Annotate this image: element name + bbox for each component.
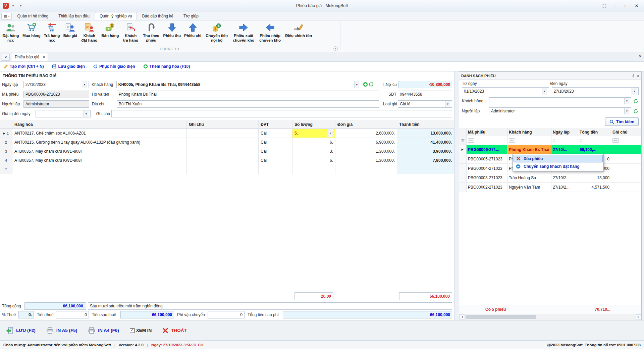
filter-cell-customer[interactable]: abc <box>507 136 551 145</box>
filter-cell-note[interactable]: abc <box>611 136 641 145</box>
cell-code[interactable]: PBG00005-271023 <box>467 154 507 163</box>
header-amount[interactable]: Thành tiền <box>397 120 454 129</box>
voucher-row-1-selected[interactable]: PBG00006-271... Phòng Khám Bs Thái 27/10… <box>459 145 641 154</box>
note-field[interactable] <box>111 110 452 117</box>
header-qty[interactable]: Số lượng <box>292 120 335 129</box>
chevron-down-icon[interactable] <box>82 81 87 88</box>
chevron-down-icon[interactable] <box>632 88 637 95</box>
items-row-1[interactable]: 1 ANT00217, Ghế chăm sóc ALK06-AZ01 Cái … <box>0 129 454 138</box>
refresh-icon[interactable] <box>633 98 639 104</box>
toolbar-button-tra-hang-ncc[interactable]: Trả hàng ncc <box>42 21 62 43</box>
cell-note[interactable] <box>187 165 259 174</box>
cell-amount[interactable]: 7,800,000. <box>397 156 454 165</box>
phone-field[interactable]: 0944443558 <box>398 91 452 98</box>
save-button[interactable]: LƯU (F2) <box>6 327 36 334</box>
scrollbar-thumb[interactable] <box>466 315 536 319</box>
ribbon-collapse-icon[interactable] <box>333 46 338 51</box>
tax-percent-field[interactable]: 0. <box>18 311 34 318</box>
items-new-row[interactable]: * <box>0 165 454 174</box>
cell-price[interactable]: 1,300,000. <box>335 147 397 156</box>
cell-code[interactable]: PBG00003-271023 <box>467 173 507 182</box>
cell-qty[interactable]: 6. <box>292 138 335 147</box>
customer-field[interactable]: KH0005, Phòng Khám Bs Thái, 0944443558 <box>116 81 361 88</box>
exit-button[interactable]: THOÁT <box>162 328 187 334</box>
horizontal-scrollbar[interactable] <box>459 314 641 320</box>
scroll-right-icon[interactable] <box>636 314 641 319</box>
quick-access-dropdown-icon[interactable] <box>10 3 16 9</box>
header-price[interactable]: Đơn giá <box>335 120 397 129</box>
tab-close-all-icon[interactable] <box>2 54 10 61</box>
cell-price[interactable]: 1,300,000. <box>335 156 397 165</box>
toolbar-button-chuyen-tien-noi-bo[interactable]: $$ Chuyển tiền nội bộ <box>203 21 230 43</box>
cell-amount[interactable]: 41,400,000. <box>397 138 454 147</box>
tabbar-close-icon[interactable] <box>639 54 641 59</box>
toolbar-button-thu-theo-phieu[interactable]: Thu theo phiếu <box>141 21 162 43</box>
cell-note[interactable] <box>611 145 641 154</box>
header-product[interactable]: Hàng hóa <box>12 120 187 129</box>
address-field[interactable]: Bùi Thị Xuân <box>117 100 379 108</box>
cell-price[interactable] <box>335 165 397 174</box>
close-button[interactable] <box>632 2 641 9</box>
chevron-down-icon[interactable] <box>445 101 450 107</box>
cell-date[interactable]: 27/10/... <box>551 145 578 154</box>
header-total[interactable]: Tổng tiền <box>578 128 611 136</box>
voucher-row-4[interactable]: PBG00003-271023 Trần Hoàng Sa 27/10/2...… <box>459 173 641 183</box>
cell-total[interactable]: 13,000 <box>578 173 611 182</box>
cell-unit[interactable]: Cái <box>259 129 292 138</box>
header-unit[interactable]: ĐVT <box>259 120 292 129</box>
toolbar-button-bao-gia[interactable]: Báo giá <box>62 21 79 38</box>
cell-qty-editing[interactable]: 5. <box>292 129 335 138</box>
cell-amount[interactable]: 3,900,000. <box>397 147 454 156</box>
cell-price[interactable]: 2,600,000. <box>335 129 397 138</box>
cell-qty[interactable]: 3. <box>292 147 335 156</box>
cell-note[interactable] <box>611 154 641 163</box>
full-name-field[interactable]: Phòng Khám Bs Thái <box>117 91 379 98</box>
fullscreen-icon[interactable] <box>600 2 609 9</box>
cell-note[interactable] <box>611 173 641 182</box>
cell-product[interactable]: ATB00357, Máy châm cứu KWD-808I <box>12 156 187 165</box>
cell-total[interactable]: 4,571,500 <box>578 183 611 192</box>
ribbon-tab-thiet-lap-ban-dau[interactable]: Thiết lập ban đầu <box>54 12 94 20</box>
cell-product[interactable] <box>12 165 187 174</box>
chevron-down-icon[interactable] <box>542 88 547 95</box>
print-a5-button[interactable]: IN A5 (F5) <box>46 327 77 334</box>
toolbar-button-khach-dat-hang[interactable]: Khách đặt hàng <box>79 21 100 43</box>
cell-unit[interactable] <box>259 165 292 174</box>
tax-amount-field[interactable]: 0 <box>56 311 89 318</box>
toolbar-button-dat-hang-ncc[interactable]: Đặt hàng ncc <box>1 21 21 43</box>
toolbar-button-phieu-nhap-chuyen-kho[interactable]: Phiếu nhập chuyển kho <box>257 21 283 43</box>
ribbon-tab-bao-cao-thong-ke[interactable]: Báo cáo thống kê <box>138 12 178 20</box>
from-date-field[interactable]: 01/10/2023 <box>462 87 549 95</box>
header-date[interactable]: Ngày lập <box>551 128 578 136</box>
voucher-row-5[interactable]: PBG00002-271023 Nguyễn Văn Tám 27/10/2..… <box>459 183 641 192</box>
cell-note[interactable] <box>187 129 259 138</box>
scroll-left-icon[interactable] <box>459 314 465 319</box>
ribbon-tab-tro-giup[interactable]: Trợ giúp <box>179 12 203 20</box>
header-note[interactable]: Ghi chú <box>187 120 259 129</box>
header-customer[interactable]: Khách hàng <box>507 128 551 136</box>
items-row-2[interactable]: 2 ANT00215, Giường bệnh 1 tay quay ALK06… <box>0 138 454 147</box>
price-type-field[interactable]: Giá lẻ <box>398 100 452 108</box>
preview-checkbox-row[interactable]: XEM IN <box>130 328 152 333</box>
toolbar-button-phieu-thu[interactable]: Phiếu thu <box>162 21 182 38</box>
chevron-down-icon[interactable] <box>328 129 333 137</box>
save-layout-button[interactable]: Lưu giao diện <box>52 64 85 69</box>
context-menu-delete-voucher[interactable]: Xóa phiếu <box>514 155 603 162</box>
cell-note[interactable] <box>611 164 641 173</box>
refresh-customer-icon[interactable] <box>368 82 374 87</box>
cell-code[interactable]: PBG00004-271023 <box>467 164 507 173</box>
cell-customer[interactable]: Nguyễn Văn Tám <box>507 183 551 192</box>
cell-note[interactable] <box>187 138 259 147</box>
cell-amount[interactable]: 13,000,000. <box>397 129 454 138</box>
cell-note[interactable] <box>611 183 641 192</box>
cell-unit[interactable]: Cái <box>259 156 292 165</box>
maximize-button[interactable] <box>621 2 631 9</box>
add-customer-icon[interactable] <box>363 82 368 87</box>
toolbar-button-dieu-chinh-ton[interactable]: ab Điều chỉnh tồn <box>283 21 314 38</box>
to-date-field[interactable]: 27/10/2023 <box>552 87 639 95</box>
tab-close-icon[interactable] <box>43 55 45 59</box>
filter-customer-field[interactable] <box>489 97 631 105</box>
panel-close-icon[interactable] <box>637 74 639 78</box>
search-button[interactable]: Tìm kiếm <box>605 117 639 126</box>
new-button[interactable]: Tạo mới (Ctrl + N) <box>3 64 44 69</box>
